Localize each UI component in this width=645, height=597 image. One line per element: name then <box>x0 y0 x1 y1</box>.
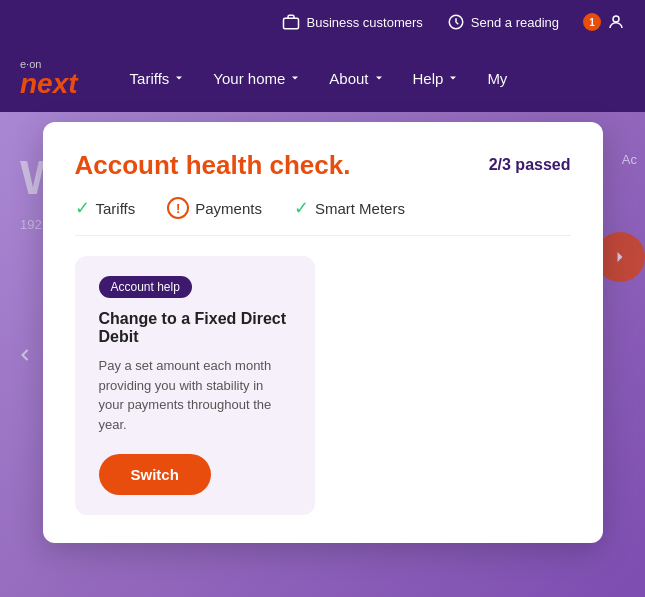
main-content: Wo 192 G Ac Account health check. 2/3 pa… <box>0 112 645 597</box>
health-check-modal: Account health check. 2/3 passed ✓ Tarif… <box>43 122 603 543</box>
account-help-card: Account help Change to a Fixed Direct De… <box>75 256 315 515</box>
health-label-tariffs: Tariffs <box>96 200 136 217</box>
warn-icon-payments: ! <box>167 197 189 219</box>
card-description: Pay a set amount each month providing yo… <box>99 356 291 434</box>
modal-overlay: Account health check. 2/3 passed ✓ Tarif… <box>0 112 645 597</box>
nav-bar: e·on next Tariffs Your home About Help M… <box>0 44 645 112</box>
health-item-payments: ! Payments <box>167 197 262 219</box>
top-bar: Business customers Send a reading 1 <box>0 0 645 44</box>
chevron-down-icon <box>289 72 301 84</box>
nav-items: Tariffs Your home About Help My <box>118 62 625 95</box>
nav-item-about[interactable]: About <box>317 62 396 95</box>
chevron-down-icon <box>447 72 459 84</box>
meter-icon <box>447 13 465 31</box>
card-title: Change to a Fixed Direct Debit <box>99 310 291 346</box>
modal-passed: 2/3 passed <box>489 150 571 174</box>
send-reading-label: Send a reading <box>471 15 559 30</box>
logo-next-text: next <box>20 68 78 99</box>
health-label-smart-meters: Smart Meters <box>315 200 405 217</box>
briefcase-icon <box>282 13 300 31</box>
svg-rect-0 <box>284 18 299 29</box>
modal-header: Account health check. 2/3 passed <box>75 150 571 181</box>
logo[interactable]: e·on next <box>20 58 78 98</box>
chevron-down-icon <box>373 72 385 84</box>
chevron-down-icon <box>173 72 185 84</box>
account-icon <box>607 13 625 31</box>
health-label-payments: Payments <box>195 200 262 217</box>
check-icon-tariffs: ✓ <box>75 197 90 219</box>
business-customers-link[interactable]: Business customers <box>282 13 422 31</box>
nav-item-my[interactable]: My <box>475 62 519 95</box>
health-item-tariffs: ✓ Tariffs <box>75 197 136 219</box>
send-reading-link[interactable]: Send a reading <box>447 13 559 31</box>
modal-title: Account health check. <box>75 150 351 181</box>
check-icon-smart-meters: ✓ <box>294 197 309 219</box>
health-item-smart-meters: ✓ Smart Meters <box>294 197 405 219</box>
card-badge: Account help <box>99 276 192 298</box>
business-customers-label: Business customers <box>306 15 422 30</box>
health-items: ✓ Tariffs ! Payments ✓ Smart Meters <box>75 197 571 236</box>
nav-item-your-home[interactable]: Your home <box>201 62 313 95</box>
nav-item-tariffs[interactable]: Tariffs <box>118 62 198 95</box>
svg-point-2 <box>613 16 619 22</box>
notification-badge: 1 <box>583 13 601 31</box>
notification-link[interactable]: 1 <box>583 13 625 31</box>
nav-item-help[interactable]: Help <box>401 62 472 95</box>
switch-button[interactable]: Switch <box>99 454 211 495</box>
